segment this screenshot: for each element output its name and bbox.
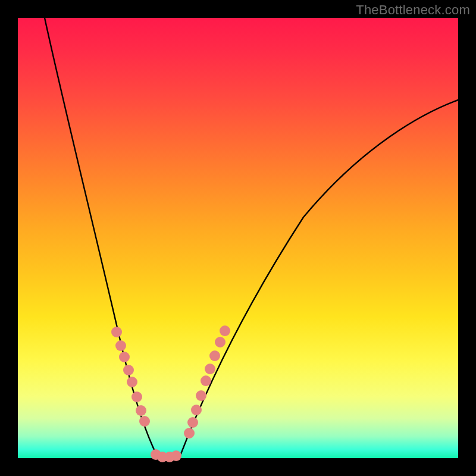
data-dot bbox=[220, 325, 230, 336]
chart-frame: TheBottleneck.com bbox=[0, 0, 476, 476]
data-dot bbox=[123, 365, 134, 375]
curve-right-branch bbox=[180, 100, 458, 457]
data-dot bbox=[131, 392, 142, 402]
data-dot bbox=[215, 337, 226, 347]
data-dot bbox=[191, 405, 202, 415]
plot-area bbox=[18, 18, 458, 458]
data-dot bbox=[184, 428, 195, 439]
data-dot bbox=[139, 416, 150, 427]
data-dot bbox=[136, 405, 146, 416]
data-dot bbox=[171, 450, 181, 461]
data-dot bbox=[205, 364, 215, 374]
data-dot bbox=[119, 352, 130, 362]
data-dot bbox=[111, 327, 122, 337]
data-dot bbox=[115, 340, 126, 351]
data-dot bbox=[196, 390, 206, 401]
data-dot bbox=[187, 417, 198, 428]
data-dot bbox=[127, 377, 137, 387]
data-dot bbox=[201, 375, 211, 386]
curve-left-branch bbox=[45, 18, 158, 457]
data-dot bbox=[209, 350, 220, 361]
bottleneck-curve bbox=[18, 18, 458, 458]
watermark-text: TheBottleneck.com bbox=[356, 2, 470, 18]
